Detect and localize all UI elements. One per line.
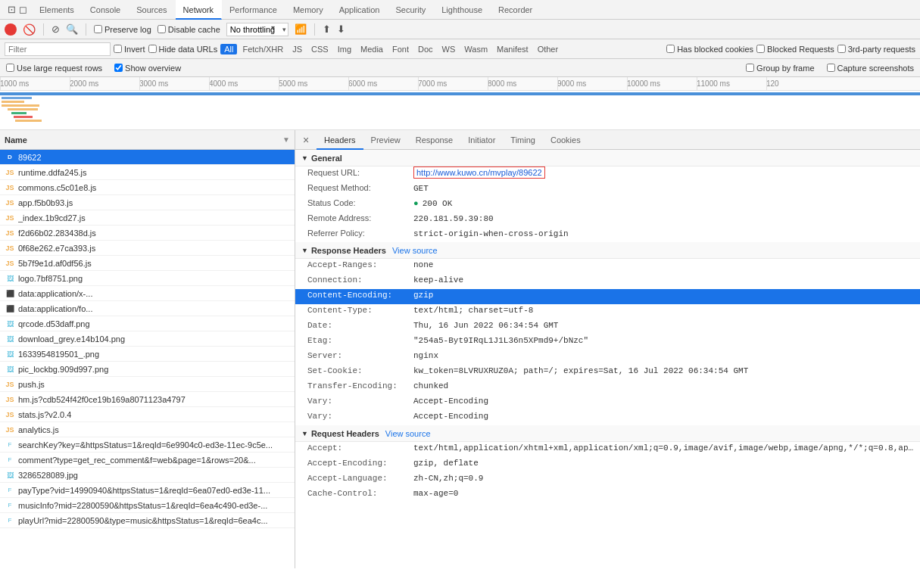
- filter-type-js[interactable]: JS: [288, 44, 306, 54]
- requests-list[interactable]: D 89622 JS runtime.ddfa245.js JS commons…: [0, 150, 295, 568]
- detail-tab-initiator[interactable]: Initiator: [460, 130, 503, 150]
- request-row-f2d66b[interactable]: JS f2d66b02.283438d.js: [0, 226, 295, 241]
- request-headers-section-header[interactable]: ▼ Request Headers View source: [295, 425, 920, 442]
- throttle-select[interactable]: No throttling Fast 3G Slow 3G Offline: [226, 23, 288, 36]
- tick-0: 1000 ms: [0, 77, 29, 90]
- hide-data-urls-checkbox[interactable]: [148, 45, 157, 53]
- tab-performance[interactable]: Performance: [222, 0, 285, 20]
- request-row-paytype[interactable]: F payType?vid=14990940&httpsStatus=1&req…: [0, 483, 295, 498]
- filter-type-other[interactable]: Other: [534, 44, 563, 54]
- detail-tab-timing[interactable]: Timing: [503, 130, 543, 150]
- tab-console[interactable]: Console: [83, 0, 129, 20]
- tab-application[interactable]: Application: [332, 0, 388, 20]
- request-row-comment[interactable]: F comment?type=get_rec_comment&f=web&pag…: [0, 453, 295, 468]
- record-icon[interactable]: [5, 23, 17, 36]
- request-row-0f68e2[interactable]: JS 0f68e262.e7ca393.js: [0, 241, 295, 256]
- detail-tab-response[interactable]: Response: [408, 130, 461, 150]
- request-row-push[interactable]: JS push.js: [0, 377, 295, 392]
- invert-checkbox[interactable]: [114, 45, 122, 53]
- filter-input[interactable]: [5, 42, 111, 56]
- wifi-icon[interactable]: 📶: [295, 23, 307, 35]
- show-overview-checkbox[interactable]: [114, 64, 123, 72]
- detail-tab-cookies[interactable]: Cookies: [543, 130, 588, 150]
- invert-label: Invert: [124, 45, 145, 54]
- request-row-qrcode[interactable]: 🖼 qrcode.d53daff.png: [0, 316, 295, 331]
- request-row-index[interactable]: JS _index.1b9cd27.js: [0, 210, 295, 226]
- general-section-header[interactable]: ▼ General: [295, 150, 920, 166]
- mini-bar-6: [14, 116, 33, 118]
- detail-tab-preview[interactable]: Preview: [363, 130, 408, 150]
- filter-type-doc[interactable]: Doc: [414, 44, 437, 54]
- disable-cache-checkbox[interactable]: [157, 25, 166, 33]
- detail-close-button[interactable]: ×: [298, 132, 313, 148]
- request-headers-view-source[interactable]: View source: [385, 429, 431, 438]
- filter-type-fetch[interactable]: Fetch/XHR: [239, 44, 287, 54]
- filter-type-img[interactable]: Img: [334, 44, 355, 54]
- filter-type-media[interactable]: Media: [357, 44, 387, 54]
- tab-elements[interactable]: Elements: [32, 0, 83, 20]
- preserve-log-toggle[interactable]: Preserve log: [94, 25, 151, 34]
- request-row-runtime[interactable]: JS runtime.ddfa245.js: [0, 165, 295, 180]
- req-name-musicinfo: musicInfo?mid=22800590&httpsStatus=1&req…: [18, 501, 290, 510]
- cursor-icon[interactable]: ⊡: [8, 4, 16, 15]
- third-party-toggle[interactable]: 3rd-party requests: [837, 45, 915, 54]
- filter-icon[interactable]: ⊘: [51, 23, 60, 35]
- capture-screenshots-checkbox[interactable]: [827, 64, 835, 72]
- large-rows-toggle[interactable]: Use large request rows: [6, 64, 102, 73]
- import-icon[interactable]: ⬆: [323, 23, 331, 35]
- response-headers-view-source[interactable]: View source: [392, 246, 438, 255]
- tab-memory[interactable]: Memory: [285, 0, 332, 20]
- request-row-searchkey[interactable]: F searchKey?key=&httpsStatus=1&reqId=6e9…: [0, 437, 295, 453]
- connection-value: keep-alive: [413, 275, 463, 285]
- tab-security[interactable]: Security: [388, 0, 434, 20]
- request-row-logo[interactable]: 🖼 logo.7bf8751.png: [0, 271, 295, 286]
- request-row-data1[interactable]: ⬛ data:application/x-...: [0, 286, 295, 301]
- request-row-app[interactable]: JS app.f5b0b93.js: [0, 195, 295, 210]
- request-row-download-grey[interactable]: 🖼 download_grey.e14b104.png: [0, 331, 295, 347]
- filter-type-css[interactable]: CSS: [307, 44, 332, 54]
- third-party-checkbox[interactable]: [837, 45, 846, 53]
- request-row-commons[interactable]: JS commons.c5c01e8.js: [0, 180, 295, 195]
- filter-type-manifest[interactable]: Manifest: [493, 44, 532, 54]
- has-blocked-toggle[interactable]: Has blocked cookies: [666, 45, 753, 54]
- filter-type-font[interactable]: Font: [388, 44, 413, 54]
- clear-icon[interactable]: 🚫: [23, 23, 36, 36]
- tab-sources[interactable]: Sources: [129, 0, 175, 20]
- request-row-stats[interactable]: JS stats.js?v2.0.4: [0, 407, 295, 422]
- request-row-1633954[interactable]: 🖼 1633954819501_.png: [0, 347, 295, 362]
- group-by-frame-checkbox[interactable]: [746, 64, 754, 72]
- request-row-3286528089[interactable]: 🖼 3286528089.jpg: [0, 468, 295, 483]
- request-row-5b7f9e[interactable]: JS 5b7f9e1d.af0df56.js: [0, 256, 295, 271]
- tab-lighthouse[interactable]: Lighthouse: [434, 0, 491, 20]
- search-icon[interactable]: 🔍: [66, 23, 78, 35]
- invert-toggle[interactable]: Invert: [114, 45, 145, 54]
- tab-network[interactable]: Network: [176, 0, 222, 20]
- filter-type-all[interactable]: All: [220, 44, 237, 54]
- referrer-policy-row: Referrer Policy: strict-origin-when-cros…: [295, 227, 920, 242]
- request-row-playurl[interactable]: F playUrl?mid=22800590&type=music&httpsS…: [0, 513, 295, 528]
- blocked-requests-toggle[interactable]: Blocked Requests: [756, 45, 834, 54]
- inspect-icon[interactable]: ◻: [19, 4, 27, 15]
- capture-screenshots-toggle[interactable]: Capture screenshots: [827, 64, 915, 73]
- filter-type-ws[interactable]: WS: [438, 44, 460, 54]
- show-overview-toggle[interactable]: Show overview: [114, 64, 181, 73]
- group-by-frame-toggle[interactable]: Group by frame: [746, 64, 814, 73]
- disable-cache-toggle[interactable]: Disable cache: [157, 25, 220, 34]
- request-row-data2[interactable]: ⬛ data:application/fo...: [0, 301, 295, 316]
- export-icon[interactable]: ⬇: [337, 23, 345, 35]
- blocked-requests-checkbox[interactable]: [756, 45, 765, 53]
- filter-type-wasm[interactable]: Wasm: [460, 44, 491, 54]
- detail-tab-headers[interactable]: Headers: [317, 130, 363, 150]
- request-row-analytics[interactable]: JS analytics.js: [0, 422, 295, 437]
- response-headers-section-header[interactable]: ▼ Response Headers View source: [295, 242, 920, 259]
- detail-content[interactable]: ▼ General Request URL: http://www.kuwo.c…: [295, 150, 920, 568]
- request-row-hm[interactable]: JS hm.js?cdb524f42f0ce19b169a8071123a479…: [0, 392, 295, 407]
- request-row-pic-lockbg[interactable]: 🖼 pic_lockbg.909d997.png: [0, 362, 295, 377]
- preserve-log-checkbox[interactable]: [94, 25, 102, 33]
- request-row-musicinfo[interactable]: F musicInfo?mid=22800590&httpsStatus=1&r…: [0, 498, 295, 513]
- request-row-89622[interactable]: D 89622: [0, 150, 295, 165]
- hide-data-urls-toggle[interactable]: Hide data URLs: [148, 45, 218, 54]
- has-blocked-checkbox[interactable]: [666, 45, 675, 53]
- large-rows-checkbox[interactable]: [6, 64, 14, 72]
- tab-recorder[interactable]: Recorder: [491, 0, 541, 20]
